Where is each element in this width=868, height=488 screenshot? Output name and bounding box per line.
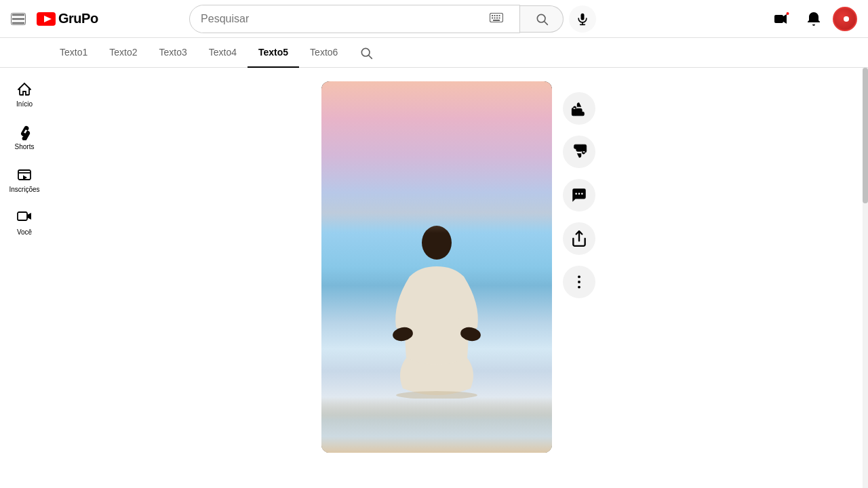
like-button[interactable] xyxy=(563,92,595,125)
sidebar-item-shorts[interactable]: Shorts xyxy=(0,116,49,156)
svg-rect-8 xyxy=(494,18,496,19)
video-wrap[interactable] xyxy=(321,81,552,453)
comments-button[interactable] xyxy=(563,179,595,211)
mic-button[interactable] xyxy=(569,5,596,33)
svg-rect-6 xyxy=(499,15,500,16)
you-icon xyxy=(16,209,33,226)
person-silhouette xyxy=(382,222,491,399)
action-buttons xyxy=(563,81,595,298)
search-icon xyxy=(535,12,549,26)
svg-rect-10 xyxy=(499,18,500,19)
svg-point-34 xyxy=(578,275,580,278)
main-content xyxy=(49,68,868,466)
sidebar-item-inscricoes[interactable]: Inscrições xyxy=(0,159,49,199)
menu-button[interactable] xyxy=(11,13,26,25)
tab-texto3[interactable]: Texto3 xyxy=(149,38,198,68)
shorts-icon xyxy=(16,124,33,140)
create-button[interactable] xyxy=(768,5,795,33)
video-camera-icon xyxy=(773,11,789,27)
svg-point-30 xyxy=(575,193,577,195)
mic-icon xyxy=(576,12,589,26)
keyboard-button[interactable] xyxy=(484,12,509,26)
notifications-button[interactable] xyxy=(800,5,827,33)
svg-point-29 xyxy=(396,391,477,399)
svg-rect-17 xyxy=(774,15,783,23)
svg-point-18 xyxy=(786,12,789,15)
thumbs-up-icon xyxy=(570,100,588,117)
more-button[interactable] xyxy=(563,266,595,298)
share-icon xyxy=(570,230,588,247)
bell-icon xyxy=(806,11,822,27)
sidebar-label-inscricoes: Inscrições xyxy=(9,186,39,193)
svg-rect-9 xyxy=(496,18,498,19)
more-icon xyxy=(570,273,588,291)
thumbs-down-icon xyxy=(570,143,588,161)
svg-point-36 xyxy=(578,286,580,289)
svg-point-35 xyxy=(578,281,580,283)
sidebar-label-inicio: Início xyxy=(16,100,33,108)
tab-texto1[interactable]: Texto1 xyxy=(49,38,98,68)
sidebar-label-shorts: Shorts xyxy=(15,143,35,150)
avatar[interactable] xyxy=(833,7,857,31)
search-bar xyxy=(189,5,596,33)
youtube-icon xyxy=(37,12,56,26)
svg-rect-7 xyxy=(492,18,493,19)
tab-texto2[interactable]: Texto2 xyxy=(98,38,148,68)
svg-line-20 xyxy=(369,55,372,58)
search-input[interactable] xyxy=(201,5,484,33)
sidebar-label-voce: Você xyxy=(17,228,32,236)
search-input-wrap xyxy=(189,5,520,33)
avatar-dot xyxy=(844,16,849,22)
comment-icon xyxy=(570,186,588,204)
sidebar: Início Shorts Inscrições Você xyxy=(0,68,49,241)
svg-point-31 xyxy=(578,193,580,195)
tab-search-icon[interactable] xyxy=(349,46,384,60)
nav-tabs: Texto1 Texto2 Texto3 Texto4 Texto5 Texto… xyxy=(0,38,868,68)
header: GruPo xyxy=(0,0,868,38)
header-right xyxy=(768,5,857,33)
video-container xyxy=(321,81,595,453)
scrollbar[interactable] xyxy=(863,68,868,488)
tab-texto4[interactable]: Texto4 xyxy=(198,38,248,68)
svg-marker-25 xyxy=(27,213,31,220)
svg-rect-5 xyxy=(496,15,498,16)
sidebar-item-inicio[interactable]: Início xyxy=(0,73,49,113)
svg-point-32 xyxy=(581,193,583,195)
logo[interactable]: GruPo xyxy=(37,11,98,26)
sidebar-item-voce[interactable]: Você xyxy=(0,201,49,241)
svg-rect-11 xyxy=(493,20,500,21)
keyboard-icon xyxy=(490,13,503,22)
search-icon xyxy=(359,46,373,60)
svg-rect-3 xyxy=(492,15,493,16)
dislike-button[interactable] xyxy=(563,136,595,168)
tab-texto6[interactable]: Texto6 xyxy=(299,38,349,68)
subscriptions-icon xyxy=(16,167,33,183)
video-image xyxy=(321,81,552,453)
svg-rect-4 xyxy=(494,15,496,16)
scrollbar-thumb xyxy=(863,68,868,203)
search-button[interactable] xyxy=(520,5,564,33)
svg-rect-14 xyxy=(581,13,585,20)
tab-texto5[interactable]: Texto5 xyxy=(248,38,299,68)
share-button[interactable] xyxy=(563,222,595,255)
logo-text: GruPo xyxy=(58,11,98,26)
header-left: GruPo xyxy=(11,11,98,26)
home-icon xyxy=(16,81,33,98)
svg-line-13 xyxy=(544,21,547,24)
svg-rect-24 xyxy=(18,212,27,220)
